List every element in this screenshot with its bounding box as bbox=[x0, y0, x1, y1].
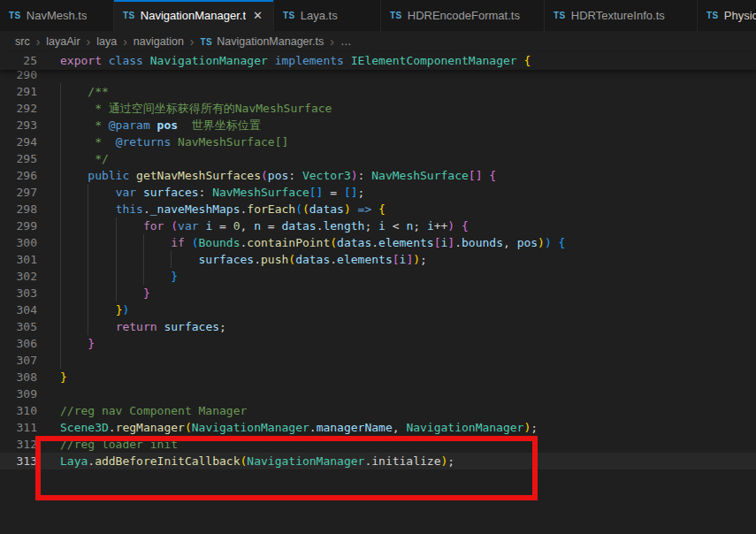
tab-physics[interactable]: TSPhysics. bbox=[698, 0, 756, 31]
indent-guide bbox=[116, 268, 117, 285]
line-number: 295 bbox=[0, 150, 37, 167]
breadcrumb: src›layaAir›laya›navigation›TSNavigation… bbox=[0, 31, 756, 52]
code-token: . bbox=[309, 421, 317, 434]
line-number: 294 bbox=[0, 134, 37, 150]
code-token: surfaces bbox=[199, 253, 255, 266]
code-token: ; bbox=[531, 421, 538, 434]
code-token: datas bbox=[295, 253, 330, 266]
indent-guide bbox=[60, 268, 61, 285]
code-token: ( bbox=[295, 202, 302, 216]
code-token: ) bbox=[545, 236, 552, 249]
code-token: } bbox=[171, 270, 178, 283]
breadcrumb-item-laya[interactable]: laya bbox=[96, 35, 117, 48]
tab-label: Laya.ts bbox=[301, 9, 338, 22]
code-line[interactable]: 299 for (var i = 0, n = datas.length; i … bbox=[0, 217, 756, 234]
code-token: */ bbox=[95, 152, 109, 165]
code-line[interactable]: 298 this._naveMeshMaps.forEach((datas) =… bbox=[0, 201, 756, 217]
code-token: NavigationManager bbox=[150, 54, 268, 67]
code-token: datas bbox=[337, 236, 371, 249]
code-token: bounds bbox=[462, 236, 503, 249]
code-token: } bbox=[88, 337, 95, 350]
code-token: pos bbox=[157, 118, 178, 132]
code-line[interactable]: 302 } bbox=[0, 268, 756, 285]
code-line[interactable]: 310//reg nav Component Manager bbox=[0, 402, 756, 419]
code-token: . bbox=[88, 454, 95, 468]
code-lines: 290291 /**292 * 通过空间坐标获得所有的NavMeshSurfac… bbox=[0, 70, 756, 469]
chevron-right-icon: › bbox=[330, 35, 334, 48]
code-line[interactable]: 294 * @returns NavMeshSurface[] bbox=[0, 134, 756, 150]
indent-guide bbox=[60, 134, 61, 150]
code-line[interactable]: 291 /** bbox=[0, 83, 756, 100]
code-line[interactable]: 297 var surfaces: NavMeshSurface[] = []; bbox=[0, 184, 756, 201]
code-line[interactable]: 292 * 通过空间坐标获得所有的NavMeshSurface bbox=[0, 100, 756, 117]
code-line[interactable]: 300 if (Bounds.containPoint(datas.elemen… bbox=[0, 234, 756, 251]
code-token bbox=[454, 219, 462, 233]
line-number: 304 bbox=[0, 301, 37, 318]
code-token: [ bbox=[434, 236, 441, 249]
code-token: = bbox=[323, 186, 343, 199]
code-token: public bbox=[88, 169, 129, 182]
code-token: datas bbox=[309, 202, 344, 216]
code-line[interactable]: 304 }) bbox=[0, 301, 756, 318]
close-icon[interactable]: ✕ bbox=[251, 9, 264, 22]
breadcrumb-item-navigationmanager-ts[interactable]: TSNavigationManager.ts bbox=[201, 35, 325, 48]
code-text: } bbox=[60, 369, 756, 385]
indent-guide bbox=[143, 234, 144, 251]
sticky-scroll-line[interactable]: 25export class NavigationManager impleme… bbox=[0, 52, 756, 70]
indent-guide bbox=[60, 167, 61, 184]
code-line[interactable]: 312//reg loader init bbox=[0, 436, 756, 453]
code-token: { bbox=[489, 169, 496, 182]
breadcrumb-item-[interactable]: … bbox=[340, 35, 352, 48]
code-token: } bbox=[60, 370, 67, 384]
code-line[interactable]: 305 return surfaces; bbox=[0, 318, 756, 335]
code-token: @returns bbox=[116, 135, 172, 149]
code-line[interactable]: 311Scene3D.regManager(NavigationManager.… bbox=[0, 419, 756, 436]
code-token: [] bbox=[344, 186, 358, 199]
code-text: } bbox=[60, 285, 756, 301]
code-token: ++ bbox=[434, 219, 448, 233]
code-editor[interactable]: 25export class NavigationManager impleme… bbox=[0, 52, 756, 534]
code-token: //reg nav Component Manager bbox=[60, 404, 247, 417]
code-line[interactable]: 307 bbox=[0, 352, 756, 369]
code-text: surfaces.push(datas.elements[i]); bbox=[60, 251, 756, 268]
code-token bbox=[60, 286, 143, 300]
tab-hdrtextureinfo-ts[interactable]: TSHDRTextureInfo.ts bbox=[545, 0, 698, 31]
line-number: 290 bbox=[0, 70, 37, 83]
code-line[interactable]: 290 bbox=[0, 70, 756, 83]
breadcrumb-label: … bbox=[340, 35, 352, 48]
line-number: 311 bbox=[0, 419, 37, 436]
code-token: ) bbox=[344, 202, 351, 216]
code-line[interactable]: 306 } bbox=[0, 335, 756, 352]
code-token: ) bbox=[413, 253, 420, 266]
code-token bbox=[60, 102, 95, 115]
indent-guide bbox=[143, 251, 144, 268]
code-token: { bbox=[559, 236, 566, 249]
code-line[interactable]: 296 public getNavMeshSurfaces(pos: Vecto… bbox=[0, 167, 756, 184]
code-token: , bbox=[393, 421, 407, 434]
tab-label: HDREncodeFormat.ts bbox=[408, 9, 520, 22]
code-text: this._naveMeshMaps.forEach((datas) => { bbox=[60, 201, 756, 217]
editor-viewport[interactable]: 290291 /**292 * 通过空间坐标获得所有的NavMeshSurfac… bbox=[0, 70, 756, 534]
code-token: { bbox=[462, 219, 469, 233]
indent-guide bbox=[88, 217, 88, 234]
code-text: * 通过空间坐标获得所有的NavMeshSurface bbox=[60, 100, 756, 117]
tab-navmesh-ts[interactable]: TSNavMesh.ts bbox=[0, 0, 114, 31]
code-line[interactable]: 295 */ bbox=[0, 150, 756, 167]
tab-laya-ts[interactable]: TSLaya.ts bbox=[274, 0, 381, 31]
code-line[interactable]: 308} bbox=[0, 369, 756, 385]
code-line[interactable]: 309 bbox=[0, 385, 756, 402]
code-line[interactable]: 313Laya.addBeforeInitCallback(Navigation… bbox=[0, 453, 756, 469]
code-token: , bbox=[241, 219, 255, 233]
breadcrumb-item-src[interactable]: src bbox=[15, 35, 30, 48]
code-token bbox=[344, 54, 351, 67]
code-token: var bbox=[116, 186, 136, 199]
tab-hdrencodeformat-ts[interactable]: TSHDREncodeFormat.ts bbox=[381, 0, 545, 31]
code-line[interactable]: 301 surfaces.push(datas.elements[i]); bbox=[0, 251, 756, 268]
code-token: surfaces bbox=[143, 186, 199, 199]
breadcrumb-item-layaair[interactable]: layaAir bbox=[46, 35, 80, 48]
code-line[interactable]: 303 } bbox=[0, 285, 756, 301]
breadcrumb-item-navigation[interactable]: navigation bbox=[134, 35, 184, 48]
code-token: [ bbox=[393, 253, 400, 266]
tab-navigationmanager-ts[interactable]: TSNavigationManager.ts✕ bbox=[114, 0, 274, 31]
code-line[interactable]: 293 * @param pos 世界坐标位置 bbox=[0, 117, 756, 134]
